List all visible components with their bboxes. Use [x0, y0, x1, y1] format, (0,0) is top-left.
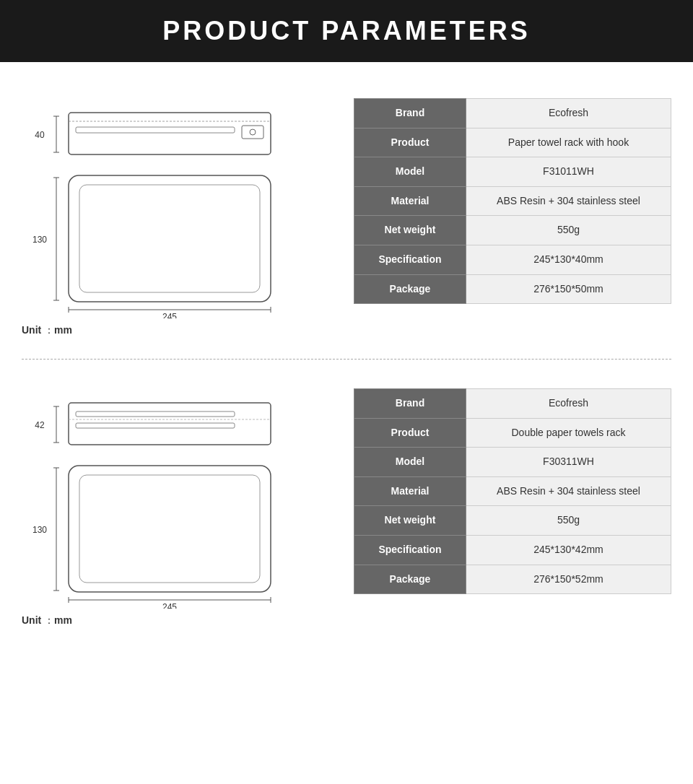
param-value: 245*130*40mm [466, 245, 671, 274]
param-value: ABS Resin + 304 stainless steel [466, 476, 671, 506]
svg-rect-4 [69, 113, 271, 154]
product2-params-table: BrandEcofreshProductDouble paper towels … [354, 388, 671, 594]
svg-rect-13 [69, 175, 271, 302]
param-value: 550g [466, 506, 671, 536]
table-row: Specification245*130*42mm [354, 535, 671, 565]
svg-rect-6 [242, 126, 263, 139]
param-value: 276*150*50mm [466, 274, 671, 304]
table-row: Net weight550g [354, 506, 671, 536]
table-row: MaterialABS Resin + 304 stainless steel [354, 186, 671, 216]
product1-top-view: 40 [22, 105, 310, 167]
main-content: 40 130 [0, 62, 693, 656]
table-row: MaterialABS Resin + 304 stainless steel [354, 476, 671, 506]
table-row: BrandEcofresh [354, 389, 671, 419]
product2-section: 42 130 [22, 367, 671, 642]
svg-rect-8 [76, 127, 235, 133]
svg-text:245: 245 [162, 602, 177, 609]
param-label: Model [354, 157, 466, 187]
param-label: Package [354, 565, 466, 594]
svg-rect-14 [79, 185, 260, 292]
param-value: Double paper towels rack [466, 418, 671, 448]
product1-unit: Unit ：mm [22, 324, 325, 337]
table-row: ProductPaper towel rack with hook [354, 128, 671, 157]
section-divider [22, 359, 671, 360]
product2-unit: Unit ：mm [22, 614, 325, 627]
param-label: Material [354, 476, 466, 506]
svg-point-7 [250, 129, 256, 135]
svg-text:40: 40 [35, 130, 45, 140]
table-row: ModelF30311WH [354, 448, 671, 477]
table-row: Package276*150*50mm [354, 274, 671, 304]
svg-text:245: 245 [162, 312, 177, 318]
param-label: Net weight [354, 506, 466, 536]
param-label: Material [354, 186, 466, 216]
svg-text:130: 130 [32, 525, 47, 535]
page-header: PRODUCT PARAMETERS [0, 0, 693, 62]
table-row: Specification245*130*40mm [354, 245, 671, 274]
param-label: Brand [354, 99, 466, 129]
table-row: ModelF31011WH [354, 157, 671, 187]
product2-front-view: 130 245 [22, 457, 310, 609]
svg-text:42: 42 [35, 420, 45, 430]
param-label: Product [354, 418, 466, 448]
product1-params-table: BrandEcofreshProductPaper towel rack wit… [354, 98, 671, 304]
param-value: Ecofresh [466, 99, 671, 129]
table-row: Net weight550g [354, 216, 671, 245]
product2-top-view: 42 [22, 396, 310, 457]
param-value: ABS Resin + 304 stainless steel [466, 186, 671, 216]
svg-rect-31 [69, 466, 271, 592]
svg-rect-32 [79, 475, 260, 583]
param-label: Model [354, 448, 466, 477]
page-title: PRODUCT PARAMETERS [0, 16, 693, 46]
svg-rect-25 [76, 423, 235, 428]
table-row: Package276*150*52mm [354, 565, 671, 594]
param-value: Ecofresh [466, 389, 671, 419]
param-label: Net weight [354, 216, 466, 245]
param-value: Paper towel rack with hook [466, 128, 671, 157]
product1-front-view: 130 245 [22, 167, 310, 318]
svg-rect-23 [69, 403, 271, 445]
product1-diagram: 40 130 [22, 98, 325, 337]
svg-text:130: 130 [32, 235, 47, 245]
param-label: Product [354, 128, 466, 157]
param-value: 245*130*42mm [466, 535, 671, 565]
product1-section: 40 130 [22, 77, 671, 352]
table-row: ProductDouble paper towels rack [354, 418, 671, 448]
param-value: 550g [466, 216, 671, 245]
param-label: Brand [354, 389, 466, 419]
param-value: F30311WH [466, 448, 671, 477]
param-value: 276*150*52mm [466, 565, 671, 594]
param-label: Specification [354, 535, 466, 565]
param-label: Specification [354, 245, 466, 274]
table-row: BrandEcofresh [354, 99, 671, 129]
param-label: Package [354, 274, 466, 304]
svg-rect-24 [76, 411, 235, 417]
product2-diagram: 42 130 [22, 388, 325, 627]
param-value: F31011WH [466, 157, 671, 187]
